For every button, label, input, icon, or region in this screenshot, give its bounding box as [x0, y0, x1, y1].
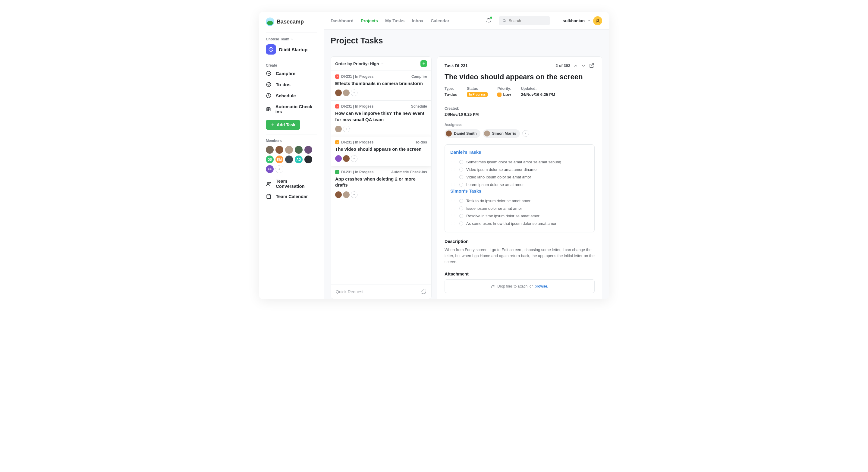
meta-label: Updated:	[521, 87, 555, 91]
task-card[interactable]: DI-231 | In Progess To-dos The video sho…	[331, 136, 432, 166]
person-icon	[595, 18, 600, 24]
checkbox[interactable]	[459, 160, 463, 164]
checkbox[interactable]	[459, 222, 463, 225]
team-conversation-link[interactable]: Team Conversation	[266, 179, 317, 189]
team-calendar-link[interactable]: Team Calendar	[266, 193, 317, 199]
team-picker[interactable]: Choose Team	[266, 37, 317, 41]
sidebar-item-checkins[interactable]: Automatic Check-ins	[266, 104, 317, 114]
nav-dashboard[interactable]: Dashboard	[331, 19, 353, 23]
sidebar-item-schedule[interactable]: Schedule	[266, 93, 317, 99]
subtask-item[interactable]: ⋮⋮Video ipsum dolor se amat amor dinamo	[450, 166, 589, 173]
checkbox[interactable]	[459, 207, 463, 210]
attachment-dropzone[interactable]: Drop files to attach, or browse.	[444, 279, 595, 293]
task-list-card: Order by Priority: High DI-231 | In Prog…	[331, 56, 432, 299]
member-avatar[interactable]	[304, 146, 312, 154]
assignee-avatar	[335, 155, 342, 162]
svg-point-3	[268, 73, 268, 73]
chevron-down-icon[interactable]	[581, 63, 586, 68]
add-task-icon-button[interactable]	[421, 60, 427, 67]
order-by-dropdown[interactable]: Order by Priority: High	[335, 62, 384, 66]
subtask-text: Task to do ipsum dolor se amat amor	[466, 199, 530, 203]
svg-rect-18	[267, 195, 271, 199]
member-avatar[interactable]: KM	[276, 156, 283, 163]
assignee-chip[interactable]: Daniel Smith	[444, 129, 480, 138]
task-id-text: DI-231 | In Progess	[341, 170, 373, 174]
selected-team[interactable]: Diidit Startup	[266, 44, 317, 55]
drag-handle-icon[interactable]: ⋮⋮	[450, 167, 456, 171]
subtask-item[interactable]: ⋮⋮Issue ipsum dolor se amat amor	[450, 204, 589, 212]
svg-point-17	[269, 182, 270, 183]
sidebar-item-campfire[interactable]: Campfire	[266, 70, 317, 76]
drag-handle-icon[interactable]: ⋮⋮	[450, 207, 456, 210]
meta-label: Status	[467, 87, 488, 91]
add-assignee-button[interactable]: +	[522, 130, 529, 137]
pager-text: 2 of 392	[556, 63, 570, 68]
member-avatar[interactable]	[304, 156, 312, 163]
priority-icon	[335, 74, 339, 79]
subtask-item[interactable]: ⋮⋮Sometimes ipsum dolor se amat amor se …	[450, 158, 589, 166]
subtask-item[interactable]: ⋮⋮Lorem ipsum dolor se amat amor	[450, 181, 589, 188]
chevron-up-icon[interactable]	[573, 63, 578, 68]
member-avatar[interactable]	[285, 156, 293, 163]
subtask-item[interactable]: ⋮⋮Video lano ipsum dolor se amat amor	[450, 173, 589, 181]
quick-request-row[interactable]: Quick Request	[331, 285, 431, 299]
drag-handle-icon[interactable]: ⋮⋮	[450, 199, 456, 203]
add-assignee-button[interactable]: +	[351, 90, 358, 96]
subtask-item[interactable]: ⋮⋮As some users know that ipsum dolor se…	[450, 220, 589, 227]
drag-handle-icon[interactable]: ⋮⋮	[450, 214, 456, 218]
priority-icon	[335, 140, 339, 145]
user-menu[interactable]: sulkhanian	[563, 16, 602, 25]
attachment-browse-link[interactable]: browse.	[535, 284, 548, 288]
assignee-chip[interactable]: Simon Morris	[483, 129, 520, 138]
list-icon	[266, 106, 271, 112]
checkbox[interactable]	[459, 183, 463, 187]
search-box[interactable]	[499, 16, 550, 25]
member-avatar[interactable]	[276, 146, 283, 154]
checkbox[interactable]	[459, 214, 463, 218]
task-avatars: +	[335, 191, 427, 198]
drag-handle-icon[interactable]: ⋮⋮	[450, 222, 456, 225]
nav-calendar[interactable]: Calendar	[431, 19, 450, 23]
add-assignee-button[interactable]: +	[343, 126, 350, 132]
add-task-label: Add Task	[277, 122, 296, 127]
brand[interactable]: Basecamp	[266, 18, 317, 26]
subtask-item[interactable]: ⋮⋮Resolve in time ipsum dolor se amat am…	[450, 212, 589, 220]
task-card[interactable]: DI-231 | In Progess Automatic Check-ins …	[331, 166, 431, 202]
task-title: The video should appears on the screen	[335, 146, 427, 152]
sidebar-item-todos[interactable]: To-dos	[266, 82, 317, 87]
create-list: Campfire To-dos Schedule Automatic Check…	[266, 70, 317, 114]
content: Order by Priority: High DI-231 | In Prog…	[324, 50, 609, 299]
nav-projects[interactable]: Projects	[361, 19, 378, 23]
drag-handle-icon[interactable]: ⋮⋮	[450, 183, 456, 187]
task-card[interactable]: DI-231 | In Progess Schedule How can we …	[331, 100, 431, 136]
add-task-button[interactable]: Add Task	[266, 120, 300, 130]
checkbox[interactable]	[459, 175, 463, 179]
task-card[interactable]: DI-231 | In Progess Campfire Effects thu…	[331, 70, 431, 100]
subtask-item[interactable]: ⋮⋮Task to do ipsum dolor se amat amor	[450, 197, 589, 204]
member-avatar[interactable]: GS	[266, 156, 274, 163]
add-assignee-button[interactable]: +	[351, 191, 358, 198]
member-avatar[interactable]: AG	[295, 156, 303, 163]
checkbox[interactable]	[459, 167, 463, 171]
search-input[interactable]	[509, 19, 547, 23]
member-avatar[interactable]	[266, 146, 274, 154]
team-badge-icon	[266, 44, 276, 55]
subtasks-section-title: Simon's Tasks	[450, 188, 589, 193]
nav-inbox[interactable]: Inbox	[412, 19, 424, 23]
member-avatar[interactable]	[285, 146, 293, 154]
external-link-icon[interactable]	[589, 63, 595, 68]
quick-request-label: Quick Request	[336, 289, 364, 294]
checkbox[interactable]	[459, 199, 463, 203]
sidebar-item-label: To-dos	[276, 82, 290, 87]
assignee-avatar	[343, 191, 350, 198]
plus-icon	[271, 123, 275, 127]
notifications-button[interactable]	[486, 17, 492, 24]
add-assignee-button[interactable]: +	[351, 155, 358, 162]
drag-handle-icon[interactable]: ⋮⋮	[450, 175, 456, 179]
member-avatar[interactable]	[295, 146, 303, 154]
assignee-avatar	[343, 90, 350, 96]
member-avatar[interactable]: EF	[266, 165, 274, 173]
drag-handle-icon[interactable]: ⋮⋮	[450, 160, 456, 164]
add-member-button[interactable]: +	[276, 165, 283, 173]
nav-my-tasks[interactable]: My Tasks	[385, 19, 404, 23]
